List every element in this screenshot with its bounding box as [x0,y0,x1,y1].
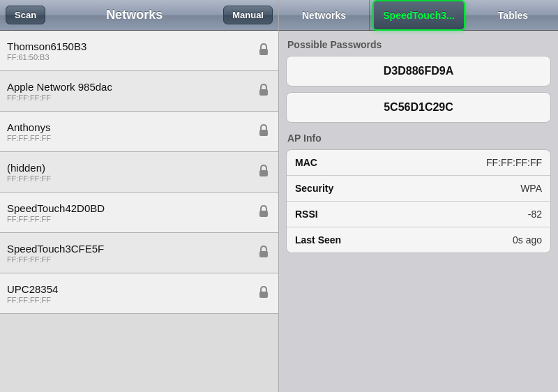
network-item[interactable]: AnthonysFF:FF:FF:FF [0,112,278,152]
network-name: (hidden) [7,162,259,174]
network-mac: FF:FF:FF:FF [7,93,259,102]
network-item[interactable]: SpeedTouch3CFE5FFF:FF:FF:FF [0,233,278,273]
network-mac: FF:FF:FF:FF [7,296,259,304]
ap-info-table: MACFF:FF:FF:FFSecurityWPARSSI-82Last See… [286,149,551,253]
svg-rect-0 [259,49,268,55]
network-name: Anthonys [7,121,259,133]
right-header: NetworksSpeedTouch3...Tables [279,0,558,31]
lock-icon [259,165,269,180]
left-panel: Scan Networks Manual Thomson6150B3FF:61:… [0,0,279,392]
svg-rect-1 [259,89,268,96]
svg-rect-4 [259,211,268,217]
ap-info-row-label: Security [295,183,333,194]
network-item[interactable]: (hidden)FF:FF:FF:FF [0,152,278,193]
network-name: SpeedTouch42D0BD [7,202,259,214]
network-item[interactable]: Apple Network 985dacFF:FF:FF:FF [0,71,278,112]
lock-icon [259,205,269,220]
password-card: D3D886FD9A [286,56,551,86]
ap-info-section: AP Info MACFF:FF:FF:FFSecurityWPARSSI-82… [286,133,551,253]
svg-rect-3 [259,170,268,176]
ap-info-row: RSSI-82 [287,202,550,227]
lock-icon [259,286,269,301]
ap-info-row-value: FF:FF:FF:FF [486,157,542,168]
lock-icon [259,43,269,59]
ap-info-row-value: -82 [528,209,542,220]
ap-info-row: MACFF:FF:FF:FF [287,150,550,176]
ap-info-row: Last Seen0s ago [287,227,550,252]
tab-networks[interactable]: Networks [279,0,370,31]
network-item[interactable]: Thomson6150B3FF:61:50:B3 [0,31,278,71]
networks-title: Networks [106,8,163,22]
scan-button[interactable]: Scan [6,6,45,24]
right-content: Possible Passwords D3D886FD9A5C56D1C29C … [279,31,558,392]
ap-info-row-label: RSSI [295,209,318,220]
tab-tables[interactable]: Tables [468,0,558,31]
network-name: UPC28354 [7,283,259,295]
network-item[interactable]: UPC28354FF:FF:FF:FF [0,273,278,314]
left-header: Scan Networks Manual [0,0,278,31]
right-panel: NetworksSpeedTouch3...Tables Possible Pa… [279,0,558,392]
ap-info-row-value: 0s ago [513,234,542,246]
network-name: Apple Network 985dac [7,81,259,93]
network-mac: FF:61:50:B3 [7,53,259,61]
network-item[interactable]: SpeedTouch42D0BDFF:FF:FF:FF [0,193,278,233]
network-name: SpeedTouch3CFE5F [7,243,259,255]
ap-info-row-label: MAC [295,157,317,168]
network-mac: FF:FF:FF:FF [7,255,259,264]
network-mac: FF:FF:FF:FF [7,215,259,223]
password-card: 5C56D1C29C [286,92,551,123]
network-mac: FF:FF:FF:FF [7,134,259,142]
ap-info-row: SecurityWPA [287,176,550,202]
network-list: Thomson6150B3FF:61:50:B3 Apple Network 9… [0,31,278,392]
lock-icon [259,246,269,261]
ap-info-label: AP Info [287,133,551,144]
passwords-container: D3D886FD9A5C56D1C29C [286,56,551,123]
manual-button[interactable]: Manual [223,6,273,24]
ap-info-row-value: WPA [520,183,542,194]
possible-passwords-label: Possible Passwords [287,39,551,50]
tab-speedtouch[interactable]: SpeedTouch3... [372,0,465,31]
svg-rect-2 [259,130,268,136]
network-name: Thomson6150B3 [7,40,259,52]
lock-icon [259,124,269,140]
svg-rect-5 [259,251,268,257]
ap-info-row-label: Last Seen [295,234,341,246]
lock-icon [259,84,269,99]
network-mac: FF:FF:FF:FF [7,174,259,183]
svg-rect-6 [259,292,268,298]
